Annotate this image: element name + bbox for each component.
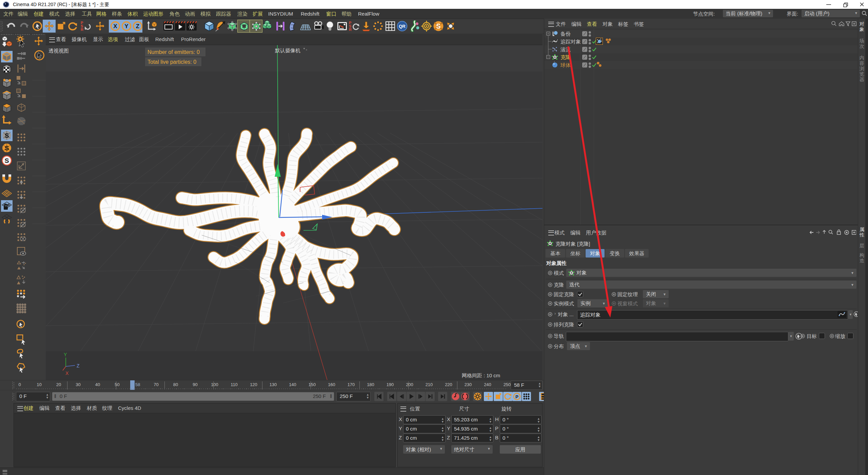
svg-text:X: X — [65, 370, 69, 376]
svg-text:Y: Y — [124, 23, 129, 30]
svg-text:默认摄像机: 默认摄像机 — [275, 48, 300, 53]
svg-text:Y: Y — [64, 352, 67, 357]
svg-text:S: S — [5, 132, 9, 139]
svg-text:X: X — [113, 23, 117, 30]
svg-text:Z: Z — [136, 23, 139, 30]
svg-text:QR: QR — [399, 24, 406, 29]
svg-text:Total live particles: 0: Total live particles: 0 — [147, 59, 196, 65]
svg-text:网格间距 : 10 cm: 网格间距 : 10 cm — [462, 373, 500, 378]
svg-text:P: P — [515, 394, 518, 399]
svg-text:Number of emitters: 0: Number of emitters: 0 — [147, 49, 200, 55]
svg-text:S: S — [5, 157, 9, 164]
svg-text:Z: Z — [77, 363, 80, 368]
svg-text:R: R — [349, 27, 352, 32]
svg-text:S: S — [5, 145, 9, 152]
svg-text:透视视图: 透视视图 — [48, 48, 69, 54]
svg-text:S: S — [436, 22, 440, 30]
svg-text:R: R — [81, 27, 83, 32]
